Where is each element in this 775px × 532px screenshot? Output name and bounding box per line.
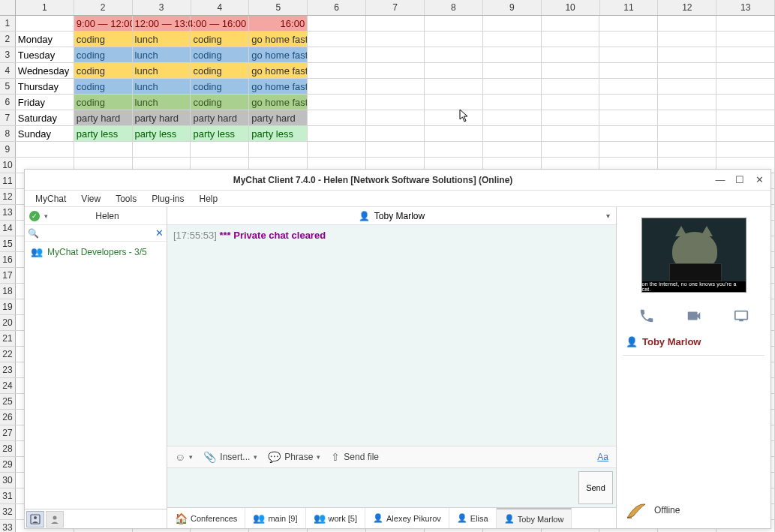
call-button[interactable] (638, 308, 655, 324)
menu-tools[interactable]: Tools (110, 192, 143, 206)
cell[interactable] (16, 16, 74, 31)
row-header[interactable]: 24 (0, 378, 16, 393)
row-header[interactable]: 25 (0, 394, 16, 409)
column-header[interactable]: 6 (308, 0, 366, 15)
column-header[interactable]: 13 (716, 0, 775, 15)
video-button[interactable] (686, 308, 702, 324)
cell[interactable] (542, 142, 600, 157)
menu-mychat[interactable]: MyChat (29, 192, 72, 206)
profile-button[interactable] (46, 511, 64, 527)
cell[interactable] (542, 32, 600, 47)
column-header[interactable]: 12 (658, 0, 716, 15)
row-header[interactable]: 5 (0, 79, 16, 94)
cell[interactable] (366, 126, 425, 141)
tab-toby[interactable]: 👤Toby Marlow (497, 508, 572, 528)
cell[interactable] (425, 126, 483, 141)
cell[interactable]: go home fast! (249, 47, 308, 62)
cell[interactable] (483, 47, 542, 62)
row-header[interactable]: 10 (0, 158, 16, 173)
cell[interactable] (425, 142, 483, 157)
status-online-icon[interactable]: ✓ (29, 211, 40, 221)
cell[interactable] (716, 79, 775, 94)
chat-header[interactable]: 👤 Toby Marlow ▾ (167, 207, 616, 225)
column-header[interactable]: 8 (425, 0, 483, 15)
cell[interactable] (658, 16, 716, 31)
cell[interactable] (425, 79, 483, 94)
insert-button[interactable]: 📎Insert...▾ (203, 451, 257, 463)
cell[interactable]: coding (191, 32, 249, 47)
cell[interactable]: party less (133, 126, 191, 141)
status-dropdown-icon[interactable]: ▾ (44, 212, 48, 220)
cell[interactable] (599, 79, 658, 94)
row-header[interactable]: 1 (0, 16, 16, 31)
row-header[interactable]: 33 (0, 520, 16, 532)
cell[interactable]: party hard (191, 110, 249, 125)
cell[interactable]: go home fast! (249, 63, 308, 78)
column-header[interactable]: 10 (542, 0, 600, 15)
cell[interactable] (542, 95, 600, 110)
cell[interactable] (308, 32, 366, 47)
cell[interactable] (599, 142, 658, 157)
row-header[interactable]: 19 (0, 299, 16, 314)
row-header[interactable]: 31 (0, 488, 16, 503)
cell[interactable] (483, 126, 542, 141)
cell[interactable]: 14:00 — 16:00 (191, 16, 249, 31)
cell[interactable] (483, 63, 542, 78)
cell[interactable] (133, 142, 191, 157)
select-all-cell[interactable] (0, 0, 16, 15)
cell[interactable]: 16:00 (249, 16, 308, 31)
screenshare-button[interactable] (733, 308, 749, 324)
cell[interactable] (425, 63, 483, 78)
cell[interactable]: lunch (133, 63, 191, 78)
column-header[interactable]: 3 (133, 0, 191, 15)
maximize-button[interactable]: ☐ (734, 174, 745, 185)
row-header[interactable]: 32 (0, 504, 16, 519)
row-header[interactable]: 22 (0, 347, 16, 362)
format-button[interactable]: Aa (597, 452, 608, 462)
cell[interactable] (716, 47, 775, 62)
chat-messages[interactable]: [17:55:53] *** Private chat cleared (167, 225, 616, 446)
cell[interactable]: party less (249, 126, 308, 141)
cell[interactable] (658, 79, 716, 94)
cell[interactable] (599, 95, 658, 110)
cell[interactable]: Monday (16, 32, 74, 47)
column-header[interactable]: 1 (16, 0, 74, 15)
cell[interactable] (542, 16, 600, 31)
cell[interactable] (716, 142, 775, 157)
column-header[interactable]: 2 (74, 0, 133, 15)
cell[interactable] (308, 63, 366, 78)
cell[interactable] (599, 126, 658, 141)
cell[interactable] (483, 142, 542, 157)
cell[interactable]: go home faster! (249, 95, 308, 110)
cell[interactable] (425, 16, 483, 31)
cell[interactable] (16, 142, 74, 157)
search-input[interactable] (41, 229, 152, 238)
row-header[interactable]: 28 (0, 441, 16, 456)
tab-elisa[interactable]: 👤Elisa (449, 508, 497, 528)
cell[interactable] (308, 142, 366, 157)
cell[interactable] (599, 47, 658, 62)
row-header[interactable]: 13 (0, 205, 16, 220)
row-header[interactable]: 15 (0, 236, 16, 251)
send-button[interactable]: Send (578, 471, 613, 504)
cell[interactable]: party hard (249, 110, 308, 125)
cell[interactable]: Saturday (16, 110, 74, 125)
column-header[interactable]: 5 (249, 0, 308, 15)
column-header[interactable]: 4 (191, 0, 250, 15)
row-header[interactable]: 11 (0, 173, 16, 188)
row-header[interactable]: 17 (0, 268, 16, 283)
cell[interactable] (483, 95, 542, 110)
cell[interactable]: party hard (74, 110, 133, 125)
row-header[interactable]: 2 (0, 32, 16, 47)
cell[interactable] (308, 79, 366, 94)
cell[interactable] (542, 110, 600, 125)
tab-alexey[interactable]: 👤Alexey Pikurov (365, 508, 449, 528)
menu-view[interactable]: View (75, 192, 107, 206)
cell[interactable] (366, 47, 425, 62)
cell[interactable] (308, 95, 366, 110)
cell[interactable] (483, 32, 542, 47)
cell[interactable] (716, 16, 775, 31)
menu-plugins[interactable]: Plug-ins (146, 192, 190, 206)
cell[interactable]: party less (191, 126, 249, 141)
row-header[interactable]: 4 (0, 63, 16, 78)
